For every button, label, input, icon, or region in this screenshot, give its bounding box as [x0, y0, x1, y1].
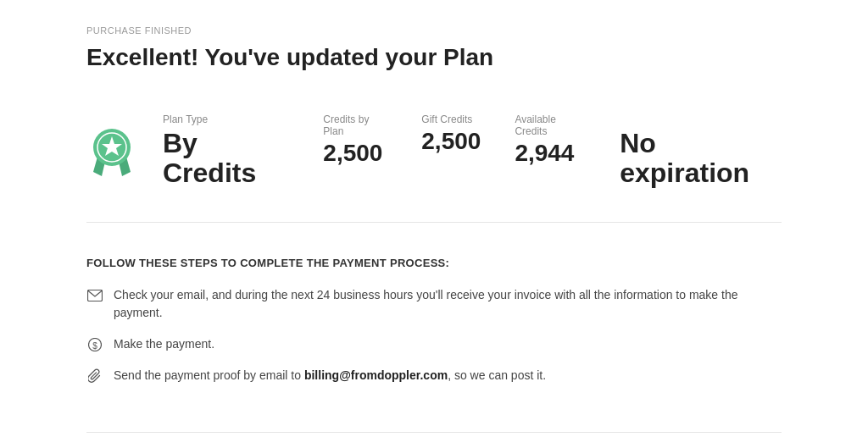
step-1-text: Check your email, and during the next 24…	[114, 286, 782, 322]
gift-credits-label: Gift Credits	[421, 113, 472, 125]
plan-info-section: Plan Type By Credits Credits by Plan 2,5…	[86, 97, 782, 205]
divider-2	[86, 432, 782, 433]
plan-type-value: By Credits	[163, 129, 289, 188]
main-title: Excellent! You've updated your Plan	[86, 44, 782, 71]
credits-by-plan-stat: Credits by Plan 2,500	[323, 113, 387, 167]
expiration-value: No expiration	[620, 129, 782, 188]
page-container: PURCHASE FINISHED Excellent! You've upda…	[53, 0, 815, 448]
plan-type-label: Plan Type	[163, 113, 208, 125]
step-2: $ Make the payment.	[86, 335, 782, 353]
step-3-text: Send the payment proof by email to billi…	[114, 367, 546, 384]
dollar-icon: $	[86, 336, 103, 353]
steps-section: FOLLOW THESE STEPS TO COMPLETE THE PAYME…	[86, 240, 782, 415]
available-credits-stat: Available Credits 2,944	[515, 113, 586, 167]
step-3: Send the payment proof by email to billi…	[86, 367, 782, 384]
gift-credits-value: 2,500	[421, 129, 481, 155]
attachment-icon	[86, 368, 103, 384]
steps-title: FOLLOW THESE STEPS TO COMPLETE THE PAYME…	[86, 257, 782, 269]
available-credits-value: 2,944	[515, 141, 574, 167]
svg-text:$: $	[92, 341, 97, 351]
purchase-label: PURCHASE FINISHED	[86, 25, 782, 36]
plan-stats: Plan Type By Credits Credits by Plan 2,5…	[163, 113, 782, 188]
medal-icon	[86, 125, 137, 176]
plan-type-stat: Plan Type By Credits	[163, 113, 289, 188]
credits-by-plan-value: 2,500	[323, 141, 382, 167]
step-2-text: Make the payment.	[114, 335, 214, 353]
available-credits-label: Available Credits	[515, 113, 586, 137]
expiration-stat: No expiration	[620, 113, 782, 188]
email-icon	[86, 287, 103, 304]
credits-by-plan-label: Credits by Plan	[323, 113, 387, 137]
divider-1	[86, 222, 782, 223]
billing-email: billing@fromdoppler.com	[304, 368, 448, 382]
gift-credits-stat: Gift Credits 2,500	[421, 113, 481, 155]
step-1: Check your email, and during the next 24…	[86, 286, 782, 322]
expiration-label	[620, 113, 622, 125]
